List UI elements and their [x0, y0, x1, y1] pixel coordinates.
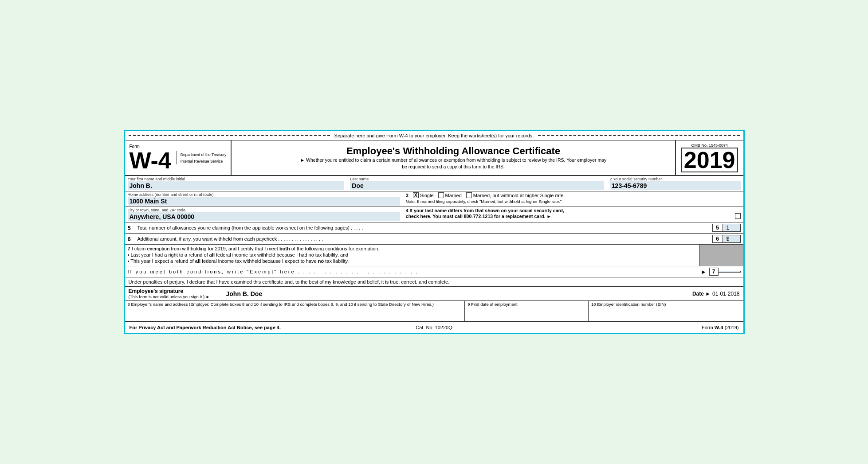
row-7-main: 7 I claim exemption from withholding for…: [125, 245, 743, 266]
row-7-text-area: 7 I claim exemption from withholding for…: [125, 245, 699, 266]
first-name-value[interactable]: John B.: [128, 181, 345, 190]
ssn-label: 2 Your social security number: [610, 177, 741, 181]
ssn-cell: 2 Your social security number 123-45-678…: [607, 176, 743, 191]
emp-label-9: 9 First date of employment: [467, 302, 585, 307]
last-name-cell: Last name Doe: [347, 176, 607, 191]
sig-label-area: Employee's signature (This form is not v…: [129, 288, 226, 299]
row-7-box-label: 7: [709, 268, 719, 276]
row-6-box-label: 6: [712, 235, 723, 243]
date-area: Date ► 01-01-2018: [692, 291, 740, 297]
row-6-box: 6 $: [712, 235, 741, 243]
first-name-label: Your first name and middle initial: [128, 177, 345, 181]
emp-value-10[interactable]: [591, 307, 741, 320]
first-name-cell: Your first name and middle initial John …: [125, 176, 348, 191]
footer-row: For Privacy Act and Paperwork Reduction …: [125, 321, 743, 333]
emp-value-9[interactable]: [467, 307, 585, 320]
filing-status-row: 3 X Single Married Married, but withhold…: [406, 192, 741, 198]
card-text2: check here. You must call 800-772-1213 f…: [406, 214, 551, 219]
row-5: 5 Total number of allowances you're clai…: [125, 222, 743, 234]
row-5-box-value[interactable]: 1: [723, 224, 741, 232]
card-text1: 4 If your last name differs from that sh…: [406, 208, 741, 213]
emp-date-cell: 9 First date of employment: [465, 301, 589, 321]
row-7-line2: • Last year I had a right to a refund of…: [128, 252, 696, 257]
row-5-box-label: 5: [712, 224, 723, 232]
married-label: Married: [445, 193, 462, 198]
dashed-line-right: [538, 135, 739, 136]
dashed-text: Separate here and give Form W-4 to your …: [330, 133, 538, 138]
city-value[interactable]: Anywhere, USA 00000: [128, 212, 400, 221]
married-higher-checkbox[interactable]: [466, 192, 472, 198]
row-7-container: 7 I claim exemption from withholding for…: [125, 245, 743, 277]
row-6-text: Additional amount, if any, you want with…: [137, 236, 712, 242]
row-5-num: 5: [128, 225, 137, 231]
logo-section: Form W-4 Department of the Treasury Inte…: [125, 140, 232, 175]
card-text2-row: check here. You must call 800-772-1213 f…: [406, 213, 741, 219]
address-label: Home address (number and street or rural…: [128, 192, 400, 197]
row-7-arrow: ►: [701, 269, 707, 275]
footer-right-post: (2019): [723, 325, 739, 330]
row-7-line1: 7 I claim exemption from withholding for…: [128, 246, 696, 251]
employer-row: 8 Employer's name and address (Employer:…: [125, 301, 743, 321]
emp-name-cell: 8 Employer's name and address (Employer:…: [125, 301, 465, 321]
row-2: Home address (number and street or rural…: [125, 191, 743, 207]
row-6: 6 Additional amount, if any, you want wi…: [125, 234, 743, 245]
row-7-grey-box: [699, 245, 743, 266]
footer-right-bold: W-4: [715, 325, 723, 330]
emp-label-10: 10 Employer identification number (EIN): [591, 302, 741, 307]
sig-value[interactable]: John B. Doe: [226, 290, 692, 297]
filing-num: 3: [406, 193, 408, 198]
filing-note: Note: If married filing separately, chec…: [406, 199, 741, 204]
emp-ein-cell: 10 Employer identification number (EIN): [589, 301, 743, 321]
last-name-value[interactable]: Doe: [350, 181, 604, 190]
title-section: Employee's Withholding Allowance Certifi…: [232, 140, 675, 175]
subtitle: ► Whether you're entitled to claim a cer…: [298, 157, 609, 170]
address-value[interactable]: 1000 Main St: [128, 197, 400, 206]
row-7-line3: • This year I expect a refund of all fed…: [128, 258, 696, 264]
emp-label-8: 8 Employer's name and address (Employer:…: [128, 302, 462, 307]
filing-section: 3 X Single Married Married, but withhold…: [403, 191, 743, 207]
row-6-box-value[interactable]: $: [723, 235, 741, 243]
single-checkbox[interactable]: X: [413, 192, 419, 198]
footer-right: Form W-4 (2019): [536, 325, 739, 330]
row-7-bottom-text: If you meet both conditions, write "Exem…: [128, 269, 698, 274]
header-row: Form W-4 Department of the Treasury Inte…: [125, 140, 743, 176]
form-w4-logo: Form W-4: [130, 144, 173, 172]
w4-title: W-4: [130, 148, 171, 173]
perjury-row: Under penalties of perjury, I declare th…: [125, 277, 743, 287]
married-higher-label: Married, but withhold at higher Single r…: [473, 193, 565, 198]
married-checkbox-item[interactable]: Married: [438, 192, 462, 198]
form-w4: Separate here and give Form W-4 to your …: [124, 130, 745, 334]
row-7-num: 7: [128, 246, 130, 251]
emp-value-8[interactable]: [128, 307, 462, 320]
dept2: Internal Revenue Service: [181, 159, 223, 164]
row-3: City or town, state, and ZIP code Anywhe…: [125, 207, 743, 222]
row-7-text1: I claim exemption from withholding for 2…: [132, 246, 380, 251]
card-section: 4 If your last name differs from that sh…: [403, 207, 743, 222]
married-checkbox[interactable]: [438, 192, 444, 198]
row-1: Your first name and middle initial John …: [125, 176, 743, 191]
year: 2019: [681, 148, 738, 172]
footer-center: Cat. No. 10220Q: [333, 325, 536, 330]
row-7-bottom: If you meet both conditions, write "Exem…: [125, 266, 743, 277]
date-value[interactable]: 01-01-2018: [712, 291, 739, 297]
perjury-text: Under penalties of perjury, I declare th…: [129, 279, 450, 285]
card-checkbox[interactable]: [735, 213, 741, 219]
last-name-label: Last name: [350, 177, 604, 181]
dept-info: Department of the Treasury Internal Reve…: [177, 151, 226, 164]
date-label: Date ►: [692, 291, 711, 297]
city-section: City or town, state, and ZIP code Anywhe…: [125, 207, 403, 222]
sig-label-bold: Employee's signature: [129, 288, 226, 294]
married-higher-checkbox-item[interactable]: Married, but withhold at higher Single r…: [466, 192, 565, 198]
address-section: Home address (number and street or rural…: [125, 191, 403, 207]
dashed-line-left: [129, 135, 330, 136]
dashed-separator: Separate here and give Form W-4 to your …: [125, 131, 743, 140]
city-label: City or town, state, and ZIP code: [128, 208, 400, 212]
footer-left: For Privacy Act and Paperwork Reduction …: [130, 325, 333, 330]
row-5-box: 5 1: [712, 224, 741, 232]
footer-right-pre: Form: [702, 325, 715, 330]
single-checkbox-item[interactable]: X Single: [413, 192, 434, 198]
ssn-value[interactable]: 123-45-6789: [610, 181, 741, 190]
year-section: OMB No. 1545-0074 2019: [675, 140, 743, 175]
row-7-box-value[interactable]: [719, 271, 741, 273]
row-6-num: 6: [128, 236, 137, 242]
